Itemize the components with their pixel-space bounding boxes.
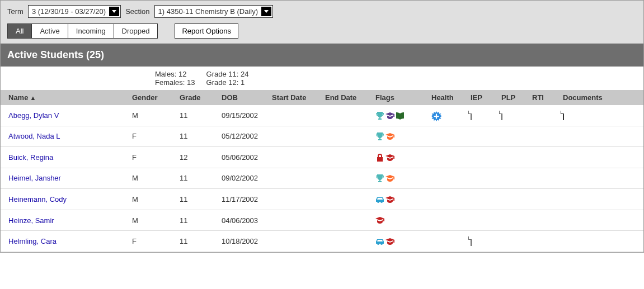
stats-grade12: Grade 12: 1 [206,78,249,87]
stats-gender: Males: 12 Females: 13 [155,70,195,87]
col-docs-header[interactable]: Documents [560,93,627,102]
section-title: Active Students (25) [1,44,643,67]
grad-icon [386,195,394,204]
actions-row: All Active Incoming Dropped Report Optio… [7,23,637,39]
student-flags [372,236,428,246]
col-iep-header[interactable]: IEP [467,93,498,102]
grad-icon [386,237,394,246]
student-dob: 10/18/2002 [218,237,269,245]
table-row: Heinemann, CodyM1111/17/2002 [1,189,643,210]
tab-incoming[interactable]: Incoming [68,24,114,38]
book-icon [396,111,405,120]
section-label: Section [125,7,149,16]
student-name-link[interactable]: Heimel, Jansher [8,174,61,182]
student-name-link[interactable]: Abegg, Dylan V [8,111,59,120]
student-flags [372,195,428,204]
student-name-link[interactable]: Heinze, Samir [8,216,54,225]
col-name-header[interactable]: Name▲ [3,93,129,102]
stats-grade11: Grade 11: 24 [206,70,249,78]
student-dob: 09/02/2002 [218,174,269,182]
stats-males: Males: 12 [155,70,195,78]
student-gender: M [129,195,176,203]
student-dob: 05/12/2002 [218,132,269,140]
student-gender: F [129,237,176,245]
term-select[interactable]: 3 (12/30/19 - 03/27/20) [28,5,121,18]
student-dob: 11/17/2002 [218,195,269,203]
student-flags [372,111,428,120]
chevron-down-icon [109,7,119,16]
sort-arrow-icon: ▲ [30,94,36,101]
student-iep [467,237,498,245]
col-flags-header[interactable]: Flags [372,93,428,102]
student-grade: 11 [176,216,218,225]
student-plp [498,111,529,120]
col-health-header[interactable]: Health [428,93,467,102]
student-name-link[interactable]: Heinemann, Cody [8,195,67,203]
trophy-icon [375,174,384,183]
student-name-link[interactable]: Helmling, Cara [8,237,57,245]
table-row: Abegg, Dylan VM1109/15/2002 [1,105,643,126]
grad-icon [386,111,394,120]
car-icon [375,237,384,246]
col-gender-header[interactable]: Gender [129,93,176,102]
student-name-link[interactable]: Atwood, Nada L [8,132,60,140]
col-rti-header[interactable]: RTI [529,93,560,102]
app-container: Term 3 (12/30/19 - 03/27/20) Section 1) … [0,0,644,253]
student-gender: M [129,216,176,225]
grad-icon [386,132,394,141]
student-dob: 09/15/2002 [218,111,269,120]
document-icon[interactable] [471,111,472,120]
tab-dropped[interactable]: Dropped [114,24,158,38]
term-value: 3 (12/30/19 - 03/27/20) [32,7,106,16]
student-grade: 11 [176,237,218,245]
col-plp-header[interactable]: PLP [498,93,529,102]
report-options-button[interactable]: Report Options [175,23,238,39]
stats-grade: Grade 11: 24 Grade 12: 1 [206,70,249,87]
trophy-icon [375,111,384,120]
student-gender: F [129,153,176,162]
student-gender: F [129,132,176,140]
student-iep [467,111,498,120]
grad-icon [386,153,394,162]
stats-females: Females: 13 [155,78,195,87]
table-row: Helmling, CaraF1110/18/2002 [1,231,643,252]
tab-active[interactable]: Active [32,24,68,38]
student-health [428,111,467,120]
col-dob-header[interactable]: DOB [218,93,269,102]
document-icon[interactable] [501,111,502,120]
table-header: Name▲ Gender Grade DOB Start Date End Da… [1,90,643,105]
student-flags [372,153,428,162]
filter-tabs: All Active Incoming Dropped [7,23,158,39]
student-grade: 11 [176,174,218,182]
document-icon[interactable] [563,111,564,120]
student-flags [372,132,428,141]
filter-row: Term 3 (12/30/19 - 03/27/20) Section 1) … [7,5,637,18]
col-end-header[interactable]: End Date [322,93,372,102]
student-dob: 04/06/2003 [218,216,269,225]
table-row: Atwood, Nada LF1105/12/2002 [1,126,643,148]
student-name-link[interactable]: Buick, Regina [8,153,53,162]
section-select[interactable]: 1) 4350-11 Chemistry B (Daily) [154,5,273,18]
col-start-header[interactable]: Start Date [269,93,322,102]
trophy-icon [375,132,384,141]
students-table: Name▲ Gender Grade DOB Start Date End Da… [1,90,643,252]
table-row: Buick, ReginaF1205/06/2002 [1,147,643,168]
student-grade: 11 [176,111,218,120]
table-row: Heimel, JansherM1109/02/2002 [1,168,643,189]
student-gender: M [129,111,176,120]
student-flags [372,174,428,183]
chevron-down-icon [261,7,271,16]
section-value: 1) 4350-11 Chemistry B (Daily) [158,7,258,16]
stats-row: Males: 12 Females: 13 Grade 11: 24 Grade… [1,67,643,90]
student-dob: 05/06/2002 [218,153,269,162]
student-grade: 11 [176,195,218,203]
student-docs [560,111,627,120]
car-icon [375,195,384,204]
tab-all[interactable]: All [8,24,32,38]
col-grade-header[interactable]: Grade [176,93,218,102]
lock-icon [375,153,384,162]
student-gender: M [129,174,176,182]
student-flags [372,216,428,225]
document-icon[interactable] [471,236,472,246]
top-bar: Term 3 (12/30/19 - 03/27/20) Section 1) … [1,1,643,44]
